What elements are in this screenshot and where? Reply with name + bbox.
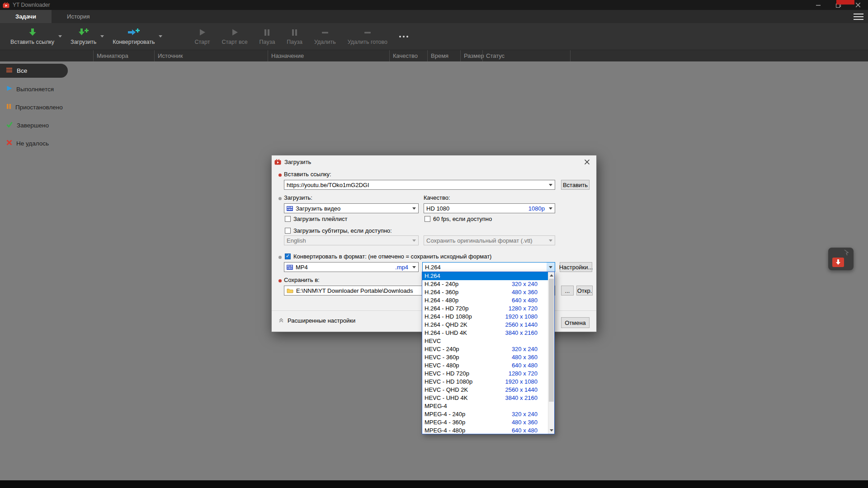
codec-dropdown-list[interactable]: H.264H.264 - 240p320 x 240H.264 - 360p48… <box>422 272 555 434</box>
checkbox-icon[interactable] <box>425 216 430 222</box>
column-source[interactable]: Источник <box>154 50 268 61</box>
codec-option[interactable]: HEVC - HD 1080p1920 x 1080 <box>422 378 548 386</box>
codec-option[interactable]: MPEG-4 - 240p320 x 240 <box>422 410 548 418</box>
codec-option-label: H.264 - 360p <box>425 288 458 296</box>
download-mode-caret[interactable] <box>410 204 418 213</box>
quality-combo[interactable]: HD 1080 1080p <box>424 203 555 213</box>
paste-link-button[interactable]: Вставить ссылку <box>5 23 60 50</box>
codec-option[interactable]: HEVC - HD 720p1280 x 720 <box>422 370 548 378</box>
column-size[interactable]: Размер <box>460 50 482 61</box>
codec-option[interactable]: H.264 - HD 720p1280 x 720 <box>422 305 548 313</box>
quality-caret[interactable] <box>547 204 555 213</box>
video-format-icon <box>287 265 293 270</box>
pause-all-button[interactable]: Пауза <box>281 23 308 50</box>
open-folder-button[interactable]: Откр. <box>576 286 593 296</box>
dialog-close-button[interactable] <box>577 155 596 168</box>
codec-option[interactable]: H.264 - 480p640 x 480 <box>422 296 548 305</box>
sidebar-item-running[interactable]: Выполняется <box>0 82 54 96</box>
start-button[interactable]: Старт <box>189 23 216 50</box>
codec-option-resolution: 1280 x 720 <box>509 370 548 378</box>
more-button[interactable] <box>393 23 414 50</box>
playlist-checkbox[interactable]: Загрузить плейлист <box>285 216 347 222</box>
convert-button[interactable]: Конвертировать <box>107 23 160 50</box>
browse-button[interactable]: ... <box>561 286 574 296</box>
codec-option[interactable]: MPEG-4 <box>422 402 548 410</box>
column-destination[interactable]: Назначение <box>268 50 389 61</box>
codec-option-label: HEVC - HD 720p <box>425 370 469 378</box>
dialog-app-icon <box>274 159 281 165</box>
column-status[interactable]: Статус <box>482 50 570 61</box>
sidebar-item-paused[interactable]: Приостановлено <box>0 100 63 114</box>
scroll-down-icon[interactable] <box>548 427 555 434</box>
dialog-titlebar[interactable]: Загрузить <box>272 155 596 168</box>
checkbox-icon[interactable] <box>285 216 291 222</box>
codec-option[interactable]: H.264 - 360p480 x 360 <box>422 288 548 296</box>
codec-option[interactable]: MPEG-4 - 480p640 x 480 <box>422 427 548 434</box>
sidebar-item-all[interactable]: Все <box>0 64 68 78</box>
failed-x-icon <box>6 140 12 147</box>
start-all-button[interactable]: Старт все <box>216 23 253 50</box>
codec-option[interactable]: HEVC - QHD 2K2560 x 1440 <box>422 386 548 394</box>
tab-tasks[interactable]: Задачи <box>0 10 52 23</box>
app-icon <box>3 2 9 8</box>
download-target-icon <box>832 258 844 267</box>
download-mode-combo[interactable]: Загрузить видео <box>284 203 419 213</box>
codec-option-resolution <box>538 272 548 280</box>
minimize-button[interactable] <box>808 0 828 10</box>
paste-link-dropdown-caret[interactable] <box>58 23 65 50</box>
codec-option-resolution: 2560 x 1440 <box>505 386 548 394</box>
quality-label: Качество: <box>424 194 450 201</box>
format-caret[interactable] <box>410 263 418 272</box>
advanced-settings-toggle[interactable]: Расширенные настройки <box>278 317 355 324</box>
codec-option-resolution <box>538 337 548 345</box>
cancel-button[interactable]: Отмена <box>561 317 590 328</box>
remove-button[interactable]: Удалить <box>308 23 342 50</box>
settings-button[interactable]: Настройки... <box>560 262 592 272</box>
format-combo[interactable]: MP4 .mp4 <box>284 262 419 272</box>
sidebar-item-completed[interactable]: Завершено <box>0 118 49 132</box>
url-input[interactable]: https://youtu.be/TOko1mG2DGI <box>284 180 555 190</box>
codec-option-label: H.264 <box>425 272 440 280</box>
scrollbar-thumb[interactable] <box>549 279 554 402</box>
codec-option-label: H.264 - QHD 2K <box>425 321 467 329</box>
tab-history[interactable]: История <box>52 10 105 23</box>
menu-icon[interactable] <box>854 13 863 20</box>
convert-dropdown-caret[interactable] <box>159 23 165 50</box>
dropdown-scrollbar[interactable] <box>548 272 554 434</box>
checkbox-icon[interactable] <box>285 228 291 234</box>
codec-option[interactable]: HEVC - 480p640 x 480 <box>422 361 548 370</box>
checkbox-checked-icon[interactable] <box>285 253 291 259</box>
convert-checkbox[interactable]: Конвертировать в формат: (не отмечено = … <box>285 253 491 260</box>
codec-option[interactable]: H.264 - QHD 2K2560 x 1440 <box>422 321 548 329</box>
drop-zone-widget[interactable] <box>828 248 854 270</box>
column-quality[interactable]: Качество <box>389 50 427 61</box>
fps-checkbox[interactable]: 60 fps, если доступно <box>425 216 492 222</box>
url-dropdown-caret[interactable] <box>547 180 555 189</box>
codec-caret[interactable] <box>547 263 555 272</box>
codec-option-resolution: 320 x 240 <box>512 345 548 353</box>
codec-option[interactable]: HEVC - UHD 4K3840 x 2160 <box>422 394 548 402</box>
codec-option[interactable]: HEVC - 240p320 x 240 <box>422 345 548 353</box>
codec-option[interactable]: H.264 - UHD 4K3840 x 2160 <box>422 329 548 337</box>
download-plus-icon <box>78 28 89 37</box>
sidebar-item-failed[interactable]: Не удалось <box>0 136 49 150</box>
codec-option[interactable]: H.264 - 240p320 x 240 <box>422 280 548 288</box>
codec-combo[interactable]: H.264 <box>422 262 555 272</box>
remove-completed-button[interactable]: Удалить готово <box>342 23 393 50</box>
scroll-up-icon[interactable] <box>548 272 555 279</box>
codec-option-label: MPEG-4 - 480p <box>425 427 465 434</box>
download-dropdown-caret[interactable] <box>100 23 107 50</box>
codec-option[interactable]: MPEG-4 - 360p480 x 360 <box>422 418 548 427</box>
subtitles-checkbox[interactable]: Загрузить субтитры, если доступно: <box>285 227 392 234</box>
codec-option[interactable]: H.264 <box>422 272 548 280</box>
pause-button[interactable]: Пауза <box>254 23 281 50</box>
codec-option[interactable]: HEVC - 360p480 x 360 <box>422 353 548 361</box>
column-time[interactable]: Время <box>427 50 460 61</box>
column-thumbnail[interactable]: Миниатюра <box>93 50 154 61</box>
codec-option[interactable]: HEVC <box>422 337 548 345</box>
codec-option-label: HEVC - 240p <box>425 345 459 353</box>
paused-pause-icon <box>6 103 11 111</box>
codec-option[interactable]: H.264 - HD 1080p1920 x 1080 <box>422 313 548 321</box>
paste-button[interactable]: Вставить <box>561 180 590 190</box>
download-button[interactable]: Загрузить <box>65 23 102 50</box>
